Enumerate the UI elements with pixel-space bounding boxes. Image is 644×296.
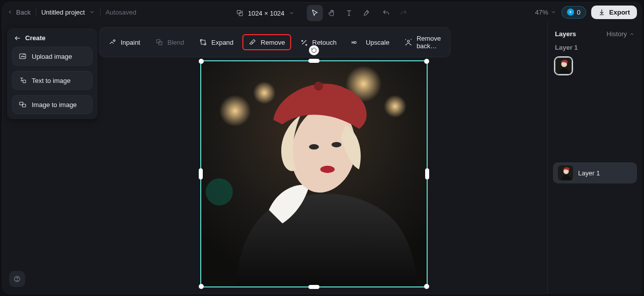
blend-button[interactable]: Blend — [149, 34, 190, 50]
svg-rect-3 — [23, 80, 26, 82]
chevron-down-icon — [288, 10, 294, 16]
image-to-image-button[interactable]: Image to image — [12, 95, 93, 114]
cursor-icon — [310, 9, 318, 17]
back-label: Back — [16, 9, 31, 16]
layers-panel: Layers History Layer 1 — [547, 22, 642, 294]
handle-bottom-left[interactable] — [199, 284, 204, 289]
svg-point-20 — [332, 142, 342, 147]
chevron-down-icon — [89, 9, 95, 15]
svg-point-10 — [408, 40, 410, 42]
layer-thumb[interactable] — [555, 57, 572, 74]
hd-icon: HD — [352, 38, 362, 46]
create-title: Create — [25, 34, 45, 42]
layer-list-thumb — [558, 165, 573, 180]
handle-top-mid[interactable] — [308, 59, 319, 63]
svg-point-12 — [219, 95, 251, 127]
text-tool-button[interactable] — [341, 5, 357, 21]
remove-label: Remove — [261, 39, 285, 46]
handle-right-mid[interactable] — [425, 168, 429, 179]
autosaved-status: Autosaved — [106, 9, 136, 16]
text-to-image-button[interactable]: Text to image — [12, 71, 93, 90]
handle-top-right[interactable] — [424, 59, 429, 64]
handle-bottom-right[interactable] — [424, 284, 429, 289]
layers-list: Layer 1 — [548, 78, 642, 294]
inpaint-button[interactable]: Inpaint — [103, 34, 146, 50]
expand-icon — [199, 38, 207, 46]
ai-toolbar: Inpaint Blend Expand — [99, 27, 451, 57]
top-bar-left: Back Untitled project Autosaved — [7, 8, 136, 17]
svg-point-17 — [314, 81, 323, 90]
text-icon — [345, 9, 353, 17]
brush-tool-button[interactable] — [358, 5, 374, 21]
svg-rect-1 — [239, 13, 243, 16]
upload-image-label: Upload image — [32, 53, 72, 60]
rotate-icon — [311, 47, 317, 53]
separator — [100, 8, 101, 17]
undo-button[interactable] — [378, 5, 394, 21]
canvas-area[interactable]: Create Upload image Text to image — [2, 22, 547, 294]
export-label: Export — [609, 9, 630, 16]
handle-bottom-mid[interactable] — [308, 285, 319, 289]
svg-point-13 — [253, 81, 276, 104]
rotate-handle[interactable] — [309, 45, 319, 55]
download-icon — [598, 9, 605, 16]
handle-left-mid[interactable] — [199, 168, 203, 179]
top-bar-center: 1024 × 1024 — [233, 3, 412, 23]
export-button[interactable]: Export — [591, 6, 637, 19]
blend-icon — [155, 38, 164, 46]
top-bar: Back Untitled project Autosaved 1024 × 1… — [2, 2, 642, 22]
canvas-tool-row — [306, 5, 411, 21]
chevron-up-icon — [629, 31, 635, 37]
zoom-select[interactable]: 47% — [535, 9, 556, 16]
create-panel: Create Upload image Text to image — [7, 28, 98, 119]
layer-list-name: Layer 1 — [578, 169, 600, 177]
chevron-down-icon — [550, 9, 556, 15]
upload-image-button[interactable]: Upload image — [12, 47, 93, 66]
back-button[interactable]: Back — [7, 9, 31, 16]
svg-point-16 — [206, 178, 233, 206]
current-layer-title: Layer 1 — [548, 42, 642, 55]
chevron-left-icon — [7, 9, 13, 15]
redo-button[interactable] — [395, 5, 411, 21]
hand-tool-button[interactable] — [324, 5, 340, 21]
app-shell: Back Untitled project Autosaved 1024 × 1… — [2, 2, 642, 294]
expand-button[interactable]: Expand — [193, 34, 239, 50]
layer-list-item[interactable]: Layer 1 — [553, 162, 637, 183]
svg-point-18 — [320, 166, 335, 173]
handle-top-left[interactable] — [199, 59, 204, 64]
zoom-value: 47% — [535, 9, 548, 16]
text-to-image-label: Text to image — [32, 77, 70, 84]
project-title-select[interactable]: Untitled project — [41, 9, 95, 16]
credits-pill[interactable]: 0 — [561, 6, 586, 19]
layer-thumb-row — [548, 55, 642, 78]
upscale-button[interactable]: HD Upscale — [346, 34, 395, 50]
history-label: History — [607, 30, 627, 38]
svg-point-19 — [309, 144, 319, 150]
remove-button[interactable]: Remove — [243, 34, 291, 50]
blend-label: Blend — [168, 39, 184, 46]
svg-rect-6 — [156, 40, 160, 43]
remove-bg-icon — [405, 38, 413, 46]
remove-background-button[interactable]: Remove back… — [398, 31, 447, 54]
crop-swap-icon — [236, 9, 244, 17]
upscale-label: Upscale — [366, 39, 389, 46]
inpaint-icon — [109, 38, 117, 46]
image-to-image-label: Image to image — [32, 101, 77, 109]
svg-point-22 — [17, 280, 18, 280]
upload-image-icon — [19, 52, 27, 60]
collapse-icon[interactable] — [14, 35, 21, 42]
selected-layer-bounding-box[interactable] — [200, 60, 428, 287]
body: Create Upload image Text to image — [2, 22, 642, 294]
remove-bg-label: Remove back… — [417, 35, 441, 50]
retouch-label: Retouch — [312, 39, 337, 46]
select-tool-button[interactable] — [306, 5, 323, 21]
layers-header: Layers History — [548, 22, 642, 42]
credits-icon — [567, 9, 574, 16]
canvas-dimensions-select[interactable]: 1024 × 1024 — [233, 7, 298, 19]
help-button[interactable] — [9, 271, 25, 287]
svg-text:HD: HD — [352, 41, 357, 44]
canvas-image[interactable] — [201, 61, 427, 286]
history-toggle[interactable]: History — [607, 30, 635, 38]
redo-icon — [399, 9, 407, 17]
brush-icon — [362, 9, 370, 17]
